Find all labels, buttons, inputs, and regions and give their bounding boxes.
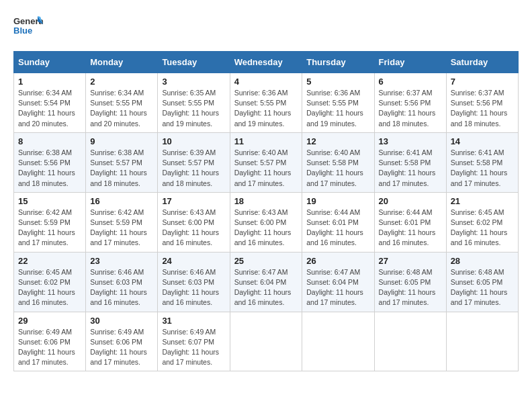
calendar-cell: 8Sunrise: 6:38 AMSunset: 5:56 PMDaylight… xyxy=(14,132,86,192)
day-number: 15 xyxy=(18,196,81,206)
day-number: 10 xyxy=(162,136,225,146)
day-info: Sunrise: 6:42 AMSunset: 5:59 PMDaylight:… xyxy=(90,208,153,248)
day-number: 13 xyxy=(379,136,442,146)
day-number: 2 xyxy=(90,77,153,87)
day-info: Sunrise: 6:41 AMSunset: 5:58 PMDaylight:… xyxy=(379,148,442,189)
day-info: Sunrise: 6:35 AMSunset: 5:55 PMDaylight:… xyxy=(162,88,225,129)
day-info: Sunrise: 6:44 AMSunset: 6:01 PMDaylight:… xyxy=(306,208,369,248)
weekday-header-tuesday: Tuesday xyxy=(158,52,230,73)
day-number: 6 xyxy=(379,77,442,87)
calendar-cell: 1Sunrise: 6:34 AMSunset: 5:54 PMDaylight… xyxy=(14,73,86,133)
calendar-cell: 16Sunrise: 6:42 AMSunset: 5:59 PMDayligh… xyxy=(86,192,158,252)
day-info: Sunrise: 6:40 AMSunset: 5:58 PMDaylight:… xyxy=(306,148,369,189)
day-number: 29 xyxy=(18,316,81,326)
calendar-cell: 9Sunrise: 6:38 AMSunset: 5:57 PMDaylight… xyxy=(86,132,158,192)
day-info: Sunrise: 6:46 AMSunset: 6:03 PMDaylight:… xyxy=(90,267,153,308)
day-info: Sunrise: 6:37 AMSunset: 5:56 PMDaylight:… xyxy=(379,88,442,129)
day-info: Sunrise: 6:49 AMSunset: 6:06 PMDaylight:… xyxy=(18,327,81,368)
day-number: 3 xyxy=(162,77,225,87)
calendar-cell: 27Sunrise: 6:48 AMSunset: 6:05 PMDayligh… xyxy=(374,252,446,312)
logo-bird-icon: General Blue xyxy=(13,13,43,40)
day-number: 7 xyxy=(451,77,514,87)
calendar-cell: 5Sunrise: 6:36 AMSunset: 5:55 PMDaylight… xyxy=(302,73,374,133)
day-info: Sunrise: 6:40 AMSunset: 5:57 PMDaylight:… xyxy=(234,148,298,189)
weekday-header-thursday: Thursday xyxy=(302,52,374,73)
day-number: 19 xyxy=(306,196,369,206)
calendar-cell: 3Sunrise: 6:35 AMSunset: 5:55 PMDaylight… xyxy=(158,73,230,133)
calendar-cell: 25Sunrise: 6:47 AMSunset: 6:04 PMDayligh… xyxy=(230,252,302,312)
calendar-cell: 26Sunrise: 6:47 AMSunset: 6:04 PMDayligh… xyxy=(302,252,374,312)
day-number: 20 xyxy=(379,196,442,206)
day-info: Sunrise: 6:38 AMSunset: 5:56 PMDaylight:… xyxy=(18,148,81,189)
day-number: 28 xyxy=(451,256,514,266)
calendar-cell: 21Sunrise: 6:45 AMSunset: 6:02 PMDayligh… xyxy=(446,192,518,252)
day-info: Sunrise: 6:47 AMSunset: 6:04 PMDaylight:… xyxy=(306,267,369,308)
calendar-week-5: 29Sunrise: 6:49 AMSunset: 6:06 PMDayligh… xyxy=(14,312,519,371)
day-info: Sunrise: 6:36 AMSunset: 5:55 PMDaylight:… xyxy=(306,88,369,129)
calendar-cell: 20Sunrise: 6:44 AMSunset: 6:01 PMDayligh… xyxy=(374,192,446,252)
day-number: 18 xyxy=(234,196,298,206)
day-number: 4 xyxy=(234,77,298,87)
calendar-week-1: 1Sunrise: 6:34 AMSunset: 5:54 PMDaylight… xyxy=(14,73,519,133)
calendar-cell: 15Sunrise: 6:42 AMSunset: 5:59 PMDayligh… xyxy=(14,192,86,252)
day-number: 21 xyxy=(451,196,514,206)
calendar-cell: 7Sunrise: 6:37 AMSunset: 5:56 PMDaylight… xyxy=(446,73,518,133)
weekday-header-friday: Friday xyxy=(374,52,446,73)
day-info: Sunrise: 6:49 AMSunset: 6:07 PMDaylight:… xyxy=(162,327,225,368)
day-info: Sunrise: 6:44 AMSunset: 6:01 PMDaylight:… xyxy=(379,208,442,248)
day-info: Sunrise: 6:34 AMSunset: 5:55 PMDaylight:… xyxy=(90,88,153,129)
calendar-cell: 13Sunrise: 6:41 AMSunset: 5:58 PMDayligh… xyxy=(374,132,446,192)
calendar-cell: 17Sunrise: 6:43 AMSunset: 6:00 PMDayligh… xyxy=(158,192,230,252)
day-info: Sunrise: 6:38 AMSunset: 5:57 PMDaylight:… xyxy=(90,148,153,189)
day-info: Sunrise: 6:48 AMSunset: 6:05 PMDaylight:… xyxy=(451,267,514,308)
day-number: 5 xyxy=(306,77,369,87)
day-number: 25 xyxy=(234,256,298,266)
svg-text:Blue: Blue xyxy=(13,26,32,36)
day-number: 24 xyxy=(162,256,225,266)
day-info: Sunrise: 6:36 AMSunset: 5:55 PMDaylight:… xyxy=(234,88,298,129)
weekday-header-saturday: Saturday xyxy=(446,52,518,73)
calendar-week-3: 15Sunrise: 6:42 AMSunset: 5:59 PMDayligh… xyxy=(14,192,519,252)
day-number: 17 xyxy=(162,196,225,206)
day-info: Sunrise: 6:46 AMSunset: 6:03 PMDaylight:… xyxy=(162,267,225,308)
day-number: 31 xyxy=(162,316,225,326)
calendar-cell: 4Sunrise: 6:36 AMSunset: 5:55 PMDaylight… xyxy=(230,73,302,133)
day-info: Sunrise: 6:39 AMSunset: 5:57 PMDaylight:… xyxy=(162,148,225,189)
weekday-header-monday: Monday xyxy=(86,52,158,73)
calendar-cell: 30Sunrise: 6:49 AMSunset: 6:06 PMDayligh… xyxy=(86,312,158,371)
day-info: Sunrise: 6:43 AMSunset: 6:00 PMDaylight:… xyxy=(234,208,298,248)
day-info: Sunrise: 6:47 AMSunset: 6:04 PMDaylight:… xyxy=(234,267,298,308)
calendar-cell: 12Sunrise: 6:40 AMSunset: 5:58 PMDayligh… xyxy=(302,132,374,192)
day-number: 12 xyxy=(306,136,369,146)
day-number: 16 xyxy=(90,196,153,206)
calendar-cell: 28Sunrise: 6:48 AMSunset: 6:05 PMDayligh… xyxy=(446,252,518,312)
day-number: 8 xyxy=(18,136,81,146)
calendar-cell: 18Sunrise: 6:43 AMSunset: 6:00 PMDayligh… xyxy=(230,192,302,252)
calendar-cell: 19Sunrise: 6:44 AMSunset: 6:01 PMDayligh… xyxy=(302,192,374,252)
calendar-week-4: 22Sunrise: 6:45 AMSunset: 6:02 PMDayligh… xyxy=(14,252,519,312)
day-info: Sunrise: 6:45 AMSunset: 6:02 PMDaylight:… xyxy=(451,208,514,248)
day-number: 14 xyxy=(451,136,514,146)
day-info: Sunrise: 6:37 AMSunset: 5:56 PMDaylight:… xyxy=(451,88,514,129)
calendar-cell: 14Sunrise: 6:41 AMSunset: 5:58 PMDayligh… xyxy=(446,132,518,192)
day-number: 23 xyxy=(90,256,153,266)
calendar-cell: 2Sunrise: 6:34 AMSunset: 5:55 PMDaylight… xyxy=(86,73,158,133)
day-number: 11 xyxy=(234,136,298,146)
day-number: 26 xyxy=(306,256,369,266)
day-info: Sunrise: 6:43 AMSunset: 6:00 PMDaylight:… xyxy=(162,208,225,248)
weekday-header-sunday: Sunday xyxy=(14,52,86,73)
calendar-cell: 23Sunrise: 6:46 AMSunset: 6:03 PMDayligh… xyxy=(86,252,158,312)
day-number: 27 xyxy=(379,256,442,266)
weekday-header-row: SundayMondayTuesdayWednesdayThursdayFrid… xyxy=(14,52,519,73)
day-info: Sunrise: 6:34 AMSunset: 5:54 PMDaylight:… xyxy=(18,88,81,129)
calendar-cell: 11Sunrise: 6:40 AMSunset: 5:57 PMDayligh… xyxy=(230,132,302,192)
calendar-table: SundayMondayTuesdayWednesdayThursdayFrid… xyxy=(13,51,519,371)
calendar-cell xyxy=(446,312,518,371)
day-info: Sunrise: 6:48 AMSunset: 6:05 PMDaylight:… xyxy=(379,267,442,308)
day-number: 9 xyxy=(90,136,153,146)
page-header: General Blue xyxy=(13,13,519,40)
calendar-cell xyxy=(374,312,446,371)
calendar-cell: 6Sunrise: 6:37 AMSunset: 5:56 PMDaylight… xyxy=(374,73,446,133)
calendar-cell xyxy=(302,312,374,371)
day-info: Sunrise: 6:45 AMSunset: 6:02 PMDaylight:… xyxy=(18,267,81,308)
